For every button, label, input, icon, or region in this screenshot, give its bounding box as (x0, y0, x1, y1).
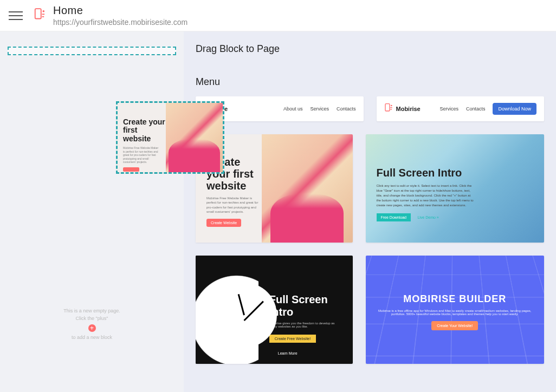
drag-image (166, 103, 223, 172)
nav-link: Services (439, 106, 458, 112)
drag-button (123, 167, 139, 172)
blue-button: Create Your Website! (431, 321, 478, 330)
nav-link: Services (310, 106, 329, 112)
download-button: Download Now (493, 103, 536, 115)
menu-icon[interactable] (0, 11, 31, 20)
fsi-button-primary: Free Download (377, 213, 411, 221)
panel-body[interactable]: Menu Mobirise About us Services Contacts (184, 63, 556, 392)
dark-button-primary: Create Free Website! (269, 335, 316, 343)
block-fullscreen-intro-dark[interactable]: Full Screen Intro Mobirise gives you the… (196, 256, 353, 364)
blue-title: MOBIRISE BUILDER (377, 293, 534, 305)
page-canvas[interactable]: This is a new empty page. Click the "plu… (0, 31, 184, 392)
section-title-menu: Menu (196, 76, 544, 88)
block-menu-logo-button[interactable]: Mobirise Services Contacts Download Now (377, 96, 545, 121)
dark-button-secondary: Learn More (273, 349, 303, 357)
empty-page-message: This is a new empty page. Click the "plu… (0, 308, 184, 342)
nav-link: Contacts (337, 106, 356, 112)
empty-line: Click the "plus" (0, 315, 184, 323)
fsi-button-secondary: Live Demo » (413, 213, 443, 221)
hero-button: Create Website (206, 219, 241, 227)
panel-title: Drag Block to Page (184, 31, 556, 63)
nav-link: Contacts (466, 106, 486, 112)
empty-line: This is a new empty page. (0, 308, 184, 315)
dark-desc: Mobirise gives you the freedom to develo… (269, 322, 342, 328)
brand-label: Mobirise (396, 106, 421, 112)
drag-title: Create your first website (123, 118, 166, 143)
blue-desc: Mobirise is a free offline app for Windo… (377, 309, 534, 316)
svg-point-1 (43, 10, 45, 12)
hero-desc: Mobirise Free Website Maker is perfect f… (206, 196, 262, 214)
fsi-title: Full Screen Intro (377, 167, 534, 179)
svg-rect-4 (385, 104, 390, 111)
block-fullscreen-intro-gradient[interactable]: Full Screen Intro Click any text to edit… (366, 134, 545, 243)
drag-desc: Mobirise Free Website Maker is perfect f… (123, 146, 161, 164)
blocks-panel: Drag Block to Page Menu Mobirise About u… (184, 31, 556, 392)
svg-point-5 (391, 105, 392, 107)
clock-image (196, 256, 258, 364)
page-title: Home (53, 4, 188, 17)
fsi-desc: Click any text to edit or style it. Sele… (377, 184, 474, 208)
mobirise-logo-icon (34, 8, 46, 23)
drop-target[interactable] (8, 47, 176, 55)
app-header: Home https://yourfirstwebsite.mobirisesi… (0, 0, 556, 31)
empty-line: to add a new block (0, 334, 184, 342)
svg-rect-0 (35, 9, 41, 18)
dark-title: Full Screen Intro (269, 293, 342, 318)
block-mobirise-builder[interactable]: MOBIRISE BUILDER Mobirise is a free offl… (366, 256, 545, 364)
page-url: https://yourfirstwebsite.mobirisesite.co… (53, 18, 188, 27)
page-info: Home https://yourfirstwebsite.mobirisesi… (53, 4, 188, 27)
dragging-block-preview[interactable]: Create your first website Mobirise Free … (116, 101, 224, 174)
plus-icon[interactable]: + (88, 324, 96, 332)
mobirise-logo-icon (384, 103, 393, 114)
nav-link: About us (283, 106, 303, 112)
hero-image (262, 134, 353, 243)
